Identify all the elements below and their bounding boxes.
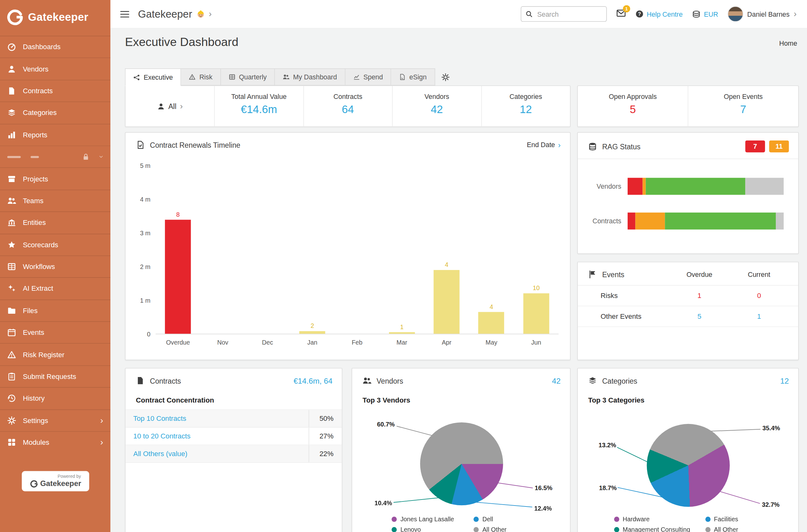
sidebar-item-dashboards[interactable]: Dashboards [0,36,110,58]
rag-amber-badge[interactable]: 11 [769,140,789,152]
rag-segment-grey[interactable] [746,178,784,195]
rag-contracts-bar[interactable] [628,213,784,230]
chevron-right-icon: › [209,9,212,19]
legend-item[interactable]: Hardware [614,516,700,523]
sidebar-item-label: Vendors [23,65,49,73]
sidebar-item-modules[interactable]: Modules › [0,431,110,453]
legend-label: Facilities [714,516,738,523]
workflows-icon [7,262,16,271]
powered-by-badge[interactable]: Powered by Gatekeeper [22,471,89,491]
legend-item[interactable]: All Other [705,526,762,532]
gatekeeper-logo[interactable]: Gatekeeper [0,0,110,33]
stat-value[interactable]: 12 [482,103,570,115]
help-centre-link[interactable]: Help Centre [635,10,682,18]
risks-overdue-count[interactable]: 1 [670,292,729,300]
sidebar-item-risk-register[interactable]: Risk Register [0,343,110,365]
legend-item[interactable]: Jones Lang Lasalle [391,516,469,523]
rag-segment-amber[interactable] [642,178,646,195]
home-link[interactable]: Home [779,39,797,47]
other-events-current-count[interactable]: 1 [729,312,789,320]
dashboard-settings-button[interactable] [435,68,450,86]
rag-segment-red[interactable] [628,178,642,195]
sidebar-item-scorecards[interactable]: Scorecards [0,233,110,255]
sidebar-item-vendors[interactable]: Vendors [0,58,110,80]
redacted-text [7,156,21,158]
sidebar-item-projects[interactable]: Projects [0,168,110,190]
sidebar-item-workflows[interactable]: Workflows [0,255,110,278]
rag-segment-grey[interactable] [776,213,784,230]
tab-risk[interactable]: Risk [181,68,221,86]
10-to-20-contracts-link[interactable]: 10 to 20 Contracts [126,432,309,440]
bar-jun[interactable] [523,293,549,334]
legend-item[interactable]: Lenovo [391,526,469,532]
line-chart-icon [353,74,360,80]
stat-value[interactable]: 5 [578,103,688,115]
sidebar-item-contracts[interactable]: Contracts [0,80,110,102]
coins-icon [692,10,701,18]
rag-row-vendors: Vendors [578,178,798,195]
sidebar-item-files[interactable]: Files [0,299,110,321]
sidebar-item-history[interactable]: History [0,387,110,409]
other-events-overdue-count[interactable]: 5 [670,312,729,320]
tab-executive[interactable]: Executive [125,68,181,86]
rag-red-badge[interactable]: 7 [745,140,765,152]
legend-item[interactable]: Management Consulting [614,526,700,532]
bar-overdue[interactable] [165,220,191,334]
sidebar-item-categories[interactable]: Categories [0,102,110,124]
y-tick: 2 m [140,263,150,270]
scope-filter[interactable]: All › [126,86,214,126]
legend-item[interactable]: Facilities [705,516,762,523]
stat-value[interactable]: 7 [688,103,798,115]
x-tick: Dec [245,339,290,346]
tab-spend[interactable]: Spend [345,68,391,86]
risks-current-count[interactable]: 0 [729,292,789,300]
events-row-other: Other Events 5 1 [578,306,798,327]
stat-label: Open Events [688,93,798,101]
rag-segment-amber[interactable] [636,213,665,230]
bar-may[interactable] [478,312,505,334]
top-10-contracts-link[interactable]: Top 10 Contracts [126,415,309,422]
tab-my-dashboard[interactable]: My Dashboard [275,68,345,86]
legend-item[interactable]: All Other [474,526,531,532]
hamburger-menu-icon[interactable] [120,9,130,19]
sidebar-item-ai-extract[interactable]: AI Extract [0,278,110,300]
search-input[interactable] [536,10,602,18]
person-icon [157,102,165,110]
sidebar-item-entities[interactable]: Entities [0,211,110,233]
rag-segment-red[interactable] [628,213,636,230]
legend-item[interactable]: Dell [474,516,531,523]
contracts-summary-link[interactable]: €14.6m, 64 [293,376,333,385]
breadcrumb[interactable]: Gatekeeper › [138,8,212,20]
tab-esign[interactable]: eSign [391,68,435,86]
y-tick: 0 [147,331,150,338]
y-axis: 5 m 4 m 3 m 2 m 1 m 0 [133,166,155,334]
settings-icon [7,416,16,425]
sidebar-item-submit-requests[interactable]: Submit Requests [0,365,110,387]
rag-segment-green[interactable] [646,178,746,195]
sidebar-item-label: Projects [23,175,48,183]
end-date-control[interactable]: End Date › [527,140,561,149]
all-others-link[interactable]: All Others (value) [126,450,309,458]
stat-value[interactable]: 64 [304,103,392,115]
pie[interactable] [420,422,503,505]
sidebar-item-teams[interactable]: Teams [0,190,110,212]
pie[interactable] [647,424,730,507]
sidebar-item-reports[interactable]: Reports [0,124,110,146]
sidebar-item-events[interactable]: Events [0,321,110,343]
tab-quarterly[interactable]: Quarterly [221,68,275,86]
rag-segment-green[interactable] [665,213,776,230]
bar-apr[interactable] [434,270,460,334]
stat-value[interactable]: 42 [392,103,481,115]
bar-jan[interactable] [299,331,325,334]
currency-selector[interactable]: EUR [692,10,718,18]
rag-vendors-bar[interactable] [628,178,784,195]
mail-badge: 1 [623,5,630,12]
bar-mar[interactable] [389,332,415,334]
stat-value[interactable]: €14.6m [215,103,303,115]
user-menu[interactable]: Daniel Barnes › [728,6,796,22]
sidebar-item-label: Entities [23,219,46,227]
messages-button[interactable]: 1 [616,8,626,20]
tab-label: My Dashboard [293,73,337,81]
sidebar-item-label: Scorecards [23,241,58,249]
sidebar-item-settings[interactable]: Settings › [0,409,110,431]
